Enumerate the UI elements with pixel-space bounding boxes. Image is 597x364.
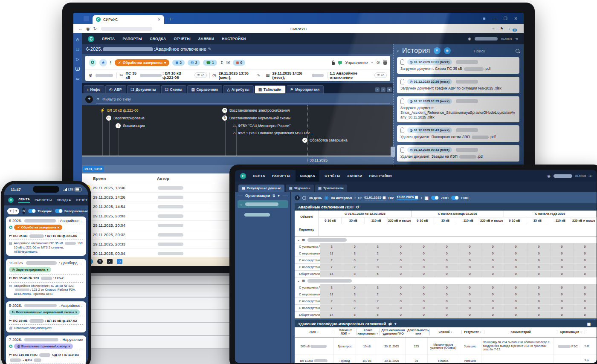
org-group-row[interactable]: ⌄▦ xyxy=(295,277,597,284)
nav-zayavki[interactable]: ЗАЯВКИ xyxy=(198,37,214,41)
nav-svodka[interactable]: СВОДКА xyxy=(296,170,319,182)
status-chip[interactable]: ✓Обработка завершена▾ xyxy=(115,59,169,66)
type-filter[interactable]: ▼ xyxy=(96,95,390,104)
situation-card[interactable]: 11-2026.: Дашборд... ◷Зарегистрирована▾ … xyxy=(6,259,86,298)
situation-card[interactable]: 6-2026.: Аварийное ... ✪✓Обработка завер… xyxy=(6,217,86,256)
play-icon[interactable]: ▷ xyxy=(76,57,79,61)
bookmark-flag-icon[interactable]: ⚑ xyxy=(500,26,504,31)
tab-schemes[interactable]: ❐Схемы xyxy=(161,85,186,93)
situation-feed[interactable]: 6-2026.: Аварийное ... ✪✓Обработка завер… xyxy=(6,217,86,364)
app-logo[interactable]: C xyxy=(8,197,14,203)
nav-otchet[interactable]: ОТЧЁТ xyxy=(76,198,87,202)
refresh-icon[interactable]: ↺ xyxy=(356,205,359,209)
nav-svodka[interactable]: СВОДКА xyxy=(57,198,71,202)
add-situation-button[interactable]: +▾ xyxy=(7,208,19,214)
subtab-regular-data[interactable]: ▤Регулярные данные xyxy=(238,185,284,192)
swap-icon[interactable]: ⇄ xyxy=(388,322,392,326)
tabs-scroll-right-icon[interactable]: › xyxy=(381,87,385,92)
list-count-badge[interactable]: ≣2 xyxy=(172,60,185,66)
history-item[interactable]: ◷01.12.2025 10:26 (мест)Загружен докумен… xyxy=(397,77,519,93)
management-caret-icon[interactable]: ▾ xyxy=(371,61,373,64)
add-icon[interactable]: + xyxy=(394,322,397,326)
tab-close-icon[interactable]: ✕ xyxy=(157,17,161,22)
history-item[interactable]: ◷01.12.2025 10:31 (мест)Загружен докумен… xyxy=(397,57,519,74)
radio-interval[interactable] xyxy=(325,196,328,200)
user-icon[interactable]: ◉ xyxy=(547,174,551,178)
subtab-journals[interactable]: ▤Журналы xyxy=(286,185,313,192)
status-chip[interactable]: ◷Зарегистрирована▾ xyxy=(9,267,51,272)
radio-day[interactable] xyxy=(302,196,306,200)
nav-lenta[interactable]: ЛЕНТА xyxy=(18,197,30,203)
user-icon[interactable]: ◉ xyxy=(468,37,471,41)
sort-icon[interactable]: ⇅ xyxy=(272,194,275,198)
refresh-button[interactable]: ↻ xyxy=(22,208,26,214)
download-icon[interactable]: ↓ xyxy=(508,26,510,31)
management-select[interactable]: Управление xyxy=(345,60,368,65)
phone-count-badge[interactable]: ☎1 xyxy=(203,60,217,66)
tab-events[interactable]: ⚑Мероприятия xyxy=(287,85,324,93)
browser-app-icon[interactable] xyxy=(84,16,89,21)
nav-otchety[interactable]: ОТЧЁТЫ xyxy=(174,37,190,41)
situation-card[interactable]: 5-2026.: Аварийное ... ↻Восстановление н… xyxy=(6,301,86,333)
tab-counter[interactable]: 1 xyxy=(75,67,80,71)
timeline-event[interactable]: !Локализация xyxy=(116,123,145,128)
menu-icon[interactable]: ≡ xyxy=(483,16,486,21)
terminal-icon[interactable]: >_ xyxy=(107,259,113,264)
history-item[interactable]: ◷01.12.2025 10:25 (мест)Загружен докумен… xyxy=(397,96,519,122)
prev-period-icon[interactable]: ‹ xyxy=(354,196,356,200)
status-chip[interactable]: ✓Обработка завершена▾ xyxy=(14,225,62,230)
collapse-panel-icon[interactable]: › xyxy=(397,48,399,54)
pip-icon[interactable]: ▭ xyxy=(76,76,80,81)
object-label[interactable]: ПС 35 кВ : ВЛ 10 кВ ф.221-06 xyxy=(126,71,192,80)
history-icon[interactable]: ◷ xyxy=(76,38,79,42)
current-toggle[interactable]: Текущие xyxy=(28,209,52,213)
nav-nastroyki[interactable]: НАСТРОЙКИ xyxy=(222,37,246,41)
trash-icon[interactable] xyxy=(383,61,387,65)
timeline-event[interactable]: ⚡ВЛ 10 кВ ф.221-06 xyxy=(100,108,138,113)
browser-tab[interactable]: C СИРиУС ✕ xyxy=(93,15,164,24)
logout-icon[interactable]: ⇥ xyxy=(514,37,518,41)
situation-card[interactable]: 7-2026.: Нарушение... ✪◎Выявление причин… xyxy=(6,335,86,364)
next-period-icon[interactable]: › xyxy=(421,196,422,200)
app-logo[interactable]: C xyxy=(240,173,246,179)
close-icon[interactable]: ✕ xyxy=(514,16,518,21)
date-from-field[interactable]: 01.01.2025▦ xyxy=(364,196,386,200)
timeline-event[interactable]: ✓Обработка завершена xyxy=(302,138,348,143)
yandex-browser-icon[interactable]: Y xyxy=(97,259,103,264)
star-icon[interactable]: ★ xyxy=(99,59,107,66)
save-icon[interactable]: ▣ xyxy=(424,196,428,200)
mail-icon[interactable]: ✉ xyxy=(226,60,230,65)
org-tree-item-selected[interactable]: ⌄ xyxy=(238,200,288,208)
lock-icon[interactable] xyxy=(332,62,335,65)
nav-lenta[interactable]: ЛЕНТА xyxy=(253,174,265,178)
timeline-canvas[interactable]: ⚡ВЛ 10 кВ ф.221-06 ◷Зарегистрирована !Ло… xyxy=(82,105,394,156)
gio-toggle[interactable] xyxy=(451,196,459,200)
nav-otchety[interactable]: ОТЧЁТЫ xyxy=(325,174,340,178)
gio-row[interactable]: 500 кВ Грозотрос 10 кВ 30.11.2025 225 Ме… xyxy=(295,338,597,355)
subtab-injuries[interactable]: ▤Травматизм xyxy=(315,185,347,192)
tab-timeline[interactable]: ▥Таймлайн xyxy=(255,85,286,93)
tab-info[interactable]: iИнфо xyxy=(84,85,104,93)
nav-nastroyki[interactable]: НАСТРОЙКИ xyxy=(369,174,392,178)
logout-icon[interactable]: ⇥ xyxy=(588,174,591,178)
completed-toggle[interactable]: Завершенные xyxy=(55,209,88,213)
history-item[interactable]: ◷01.12.2025 09:43 (мест)Удален документ:… xyxy=(397,145,519,162)
lep-toggle[interactable] xyxy=(431,196,439,200)
status-chip[interactable]: ◎Выявление причины/осмотр▾ xyxy=(14,344,73,349)
status-chip[interactable]: ↻Восстановление нормальной схемы▾ xyxy=(9,309,80,315)
history-search[interactable] xyxy=(473,48,519,54)
tab-reference[interactable]: ▤Справочник xyxy=(187,85,222,93)
category-more-badge[interactable]: ≣+0 xyxy=(374,72,387,78)
org-group-row[interactable]: ⌄▦ xyxy=(295,237,597,243)
address-bar[interactable]: ← ◉ ↻ СИРиУС ⋯ ⚑ ↓ 0 xyxy=(73,24,524,33)
columns-icon[interactable]: ▦ xyxy=(587,322,591,326)
nav-raporty[interactable]: РАПОРТЫ xyxy=(35,198,52,202)
new-tab-button[interactable]: + xyxy=(168,16,172,22)
panel-splitter-handle[interactable]: ⁞ xyxy=(391,147,395,157)
org-tree-item[interactable] xyxy=(238,211,288,218)
add-event-button[interactable]: + xyxy=(85,95,93,103)
nav-svodka[interactable]: СВОДКА xyxy=(150,37,166,41)
type-filter-input[interactable] xyxy=(101,96,390,102)
timeline-event[interactable]: ⊙Восстановление электроснабжения xyxy=(222,108,290,113)
restore-icon[interactable]: ❐ xyxy=(504,16,507,21)
